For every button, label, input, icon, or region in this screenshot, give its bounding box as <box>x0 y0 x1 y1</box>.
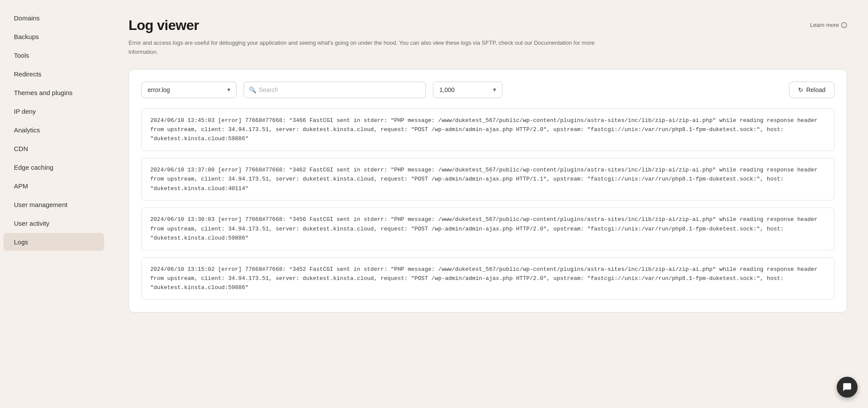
reload-icon: ↻ <box>798 86 803 93</box>
sidebar-item-user-activity[interactable]: User activity <box>3 214 104 232</box>
svg-text:i: i <box>844 23 845 27</box>
sidebar-item-user-management[interactable]: User management <box>3 196 104 214</box>
sidebar-item-edge-caching[interactable]: Edge caching <box>3 158 104 176</box>
learn-more-label: Learn more <box>810 22 839 28</box>
learn-more-link[interactable]: Learn more i <box>810 22 847 28</box>
sidebar-item-ip-deny[interactable]: IP deny <box>3 102 104 120</box>
log-entry: 2024/06/10 13:30:03 [error] 77668#77668:… <box>141 207 835 250</box>
external-link-icon: i <box>841 22 847 28</box>
page-title: Log viewer <box>129 17 199 33</box>
chat-bubble[interactable] <box>837 377 858 398</box>
reload-button[interactable]: ↻ Reload <box>789 82 835 98</box>
count-select-wrapper: 1005001,0002,0005,000 ▼ <box>433 82 502 98</box>
sidebar-item-logs[interactable]: Logs <box>3 233 104 251</box>
log-entry: 2024/06/10 13:37:00 [error] 77668#77668:… <box>141 158 835 201</box>
search-wrapper: 🔍 <box>244 82 426 98</box>
sidebar-item-analytics[interactable]: Analytics <box>3 121 104 139</box>
controls-row: error.logaccess.log ▼ 🔍 1005001,0002,000… <box>141 82 835 98</box>
header-row: Log viewer Learn more i <box>129 17 847 33</box>
sidebar-item-domains[interactable]: Domains <box>3 9 104 27</box>
reload-label: Reload <box>806 86 825 93</box>
main-content: Log viewer Learn more i Error and access… <box>108 0 868 408</box>
log-file-select-wrapper: error.logaccess.log ▼ <box>141 82 237 98</box>
log-entry: 2024/06/10 13:15:02 [error] 77668#77668:… <box>141 257 835 300</box>
log-entries-container: 2024/06/10 13:45:03 [error] 77668#77668:… <box>141 109 835 300</box>
sidebar-item-backups[interactable]: Backups <box>3 28 104 46</box>
page-description: Error and access logs are useful for deb… <box>129 39 606 57</box>
search-input[interactable] <box>244 82 426 98</box>
log-container: error.logaccess.log ▼ 🔍 1005001,0002,000… <box>129 69 847 313</box>
sidebar-item-themes-and-plugins[interactable]: Themes and plugins <box>3 84 104 102</box>
log-entry: 2024/06/10 13:45:03 [error] 77668#77668:… <box>141 109 835 151</box>
sidebar-item-cdn[interactable]: CDN <box>3 140 104 158</box>
sidebar-item-tools[interactable]: Tools <box>3 46 104 64</box>
sidebar-item-apm[interactable]: APM <box>3 177 104 195</box>
search-icon: 🔍 <box>249 86 256 93</box>
chat-icon <box>842 382 852 392</box>
count-select[interactable]: 1005001,0002,0005,000 <box>433 82 502 98</box>
sidebar: DomainsBackupsToolsRedirectsThemes and p… <box>0 0 108 408</box>
log-file-select[interactable]: error.logaccess.log <box>141 82 237 98</box>
sidebar-item-redirects[interactable]: Redirects <box>3 65 104 83</box>
